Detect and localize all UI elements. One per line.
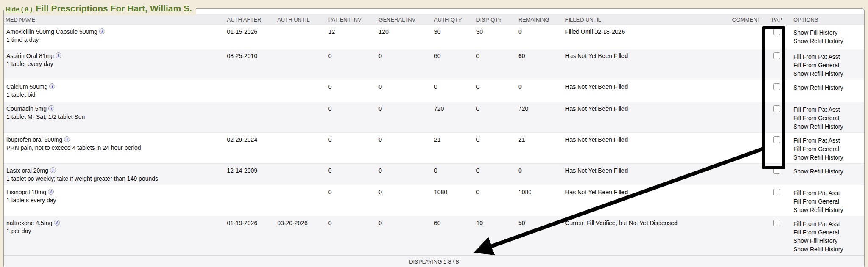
option-link-show-fill-history[interactable]: Show Fill History [793,237,862,245]
auth-qty-cell: 0 [432,80,474,102]
column-header-med_name[interactable]: MED NAME [4,14,225,25]
med-cell: Lasix oral 20mgi1 tablet po weekly; take… [4,163,225,185]
column-header-label[interactable]: AUTH AFTER [227,17,262,23]
option-link-show-refill-history[interactable]: Show Refill History [793,167,862,176]
column-header-label[interactable]: MED NAME [6,17,35,23]
pap-checkbox[interactable] [773,83,780,90]
patient-inv-cell: 0 [327,102,377,132]
pap-checkbox[interactable] [773,136,780,143]
pap-cell [766,49,787,80]
column-header-patient_inv[interactable]: PATIENT INV [327,14,377,25]
prescriptions-table: MED NAMEAUTH AFTERAUTH UNTILPATIENT INVG… [4,14,864,255]
table-header-row: MED NAMEAUTH AFTERAUTH UNTILPATIENT INVG… [4,14,864,25]
med-sig: 1 tablet every day [6,61,224,67]
pap-checkbox[interactable] [773,28,780,35]
general-inv-cell: 0 [377,132,432,163]
pap-cell [766,132,787,163]
option-link-fill-from-general[interactable]: Fill From General [793,145,862,153]
auth-qty-cell: 1080 [432,185,474,216]
options-cell: Show Fill HistoryShow Refill History [787,25,864,49]
general-inv-cell: 0 [377,49,432,80]
option-link-fill-from-pat-asst[interactable]: Fill From Pat Asst [793,52,862,61]
info-icon[interactable]: i [56,52,61,58]
patient-inv-cell: 0 [327,49,377,80]
remaining-cell: 21 [517,132,564,163]
med-sig: 1 tablet M- Sat, 1/2 tablet Sun [6,113,224,120]
option-link-fill-from-general[interactable]: Fill From General [793,197,862,206]
general-inv-cell: 0 [377,102,432,132]
option-link-show-refill-history[interactable]: Show Refill History [793,153,862,162]
column-header-label[interactable]: AUTH UNTIL [277,17,310,23]
pap-checkbox[interactable] [773,105,780,112]
paging-status: DISPLAYING 1-8 / 8 [4,255,864,267]
options-cell: Fill From Pat AsstFill From GeneralShow … [787,185,864,216]
info-icon[interactable]: i [49,83,55,89]
option-link-fill-from-pat-asst[interactable]: Fill From Pat Asst [793,105,862,114]
prescription-row: Coumadin 5mgi1 tablet M- Sat, 1/2 tablet… [4,102,864,132]
column-header-auth_qty: AUTH QTY [432,14,474,25]
option-link-fill-from-general[interactable]: Fill From General [793,114,862,122]
med-cell: Aspirin Oral 81mgi1 tablet every day [4,49,225,80]
general-inv-cell: 120 [377,25,432,49]
med-sig: 1 time a day [6,36,224,43]
column-header-auth_after[interactable]: AUTH AFTER [225,14,276,25]
column-header-label: FILLED UNTIL [565,17,601,23]
column-header-comment: COMMENT [730,14,766,25]
option-link-show-refill-history[interactable]: Show Refill History [793,37,862,45]
comment-cell [730,80,766,102]
info-icon[interactable]: i [48,189,54,195]
remaining-cell: 0 [517,80,564,102]
column-header-label: OPTIONS [793,17,818,23]
option-link-fill-from-pat-asst[interactable]: Fill From Pat Asst [793,189,862,197]
info-icon[interactable]: i [54,220,60,226]
med-cell: naltrexone 4.5mgi1 per day [4,216,225,255]
pap-cell [766,80,787,102]
med-name: Calcium 500mg [6,83,47,90]
general-inv-cell: 0 [377,216,432,255]
info-icon[interactable]: i [99,28,105,34]
auth-after-cell: 01-15-2026 [225,25,276,49]
column-header-general_inv[interactable]: GENERAL INV [377,14,432,25]
option-link-fill-from-pat-asst[interactable]: Fill From Pat Asst [793,136,862,145]
option-link-fill-from-general[interactable]: Fill From General [793,61,862,69]
prescription-row: Lisinopril 10mgi1 tablets every day00108… [4,185,864,216]
auth-qty-cell: 60 [432,49,474,80]
patient-inv-cell: 0 [327,80,377,102]
remaining-cell: 0 [517,25,564,49]
column-header-label[interactable]: GENERAL INV [378,17,415,23]
filled-until-cell: Has Not Yet Been Filled [563,49,730,80]
option-link-fill-from-general[interactable]: Fill From General [793,228,862,237]
patient-inv-cell: 0 [327,216,377,255]
info-icon[interactable]: i [64,136,70,142]
filled-until-cell: Filled Until 02-18-2026 [563,25,730,49]
option-link-show-refill-history[interactable]: Show Refill History [793,245,862,253]
option-link-show-refill-history[interactable]: Show Refill History [793,83,862,92]
option-link-show-refill-history[interactable]: Show Refill History [793,122,862,131]
med-cell: Lisinopril 10mgi1 tablets every day [4,185,225,216]
auth-until-cell [275,132,327,163]
pap-checkbox[interactable] [773,189,780,195]
option-link-show-refill-history[interactable]: Show Refill History [793,69,862,78]
column-header-label[interactable]: PATIENT INV [328,17,362,23]
column-header-auth_until[interactable]: AUTH UNTIL [275,14,327,25]
comment-cell [730,185,766,216]
filled-until-cell: Has Not Yet Been Filled [563,163,730,185]
auth-until-cell [275,49,327,80]
remaining-cell: 60 [517,49,564,80]
option-link-fill-from-pat-asst[interactable]: Fill From Pat Asst [793,220,862,228]
option-link-show-fill-history[interactable]: Show Fill History [793,28,862,37]
filled-until-cell: Has Not Yet Been Filled [563,102,730,132]
pap-checkbox[interactable] [773,167,780,174]
comment-cell [730,49,766,80]
med-cell: ibuprofen oral 600mgiPRN pain, not to ex… [4,132,225,163]
pap-checkbox[interactable] [773,220,780,226]
disp-qty-cell: 30 [474,25,516,49]
info-icon[interactable]: i [50,167,56,173]
hide-link[interactable]: Hide ( 8 ) [6,6,32,13]
prescription-row: Amoxicillin 500mg Capsule 500mgi1 time a… [4,25,864,49]
info-icon[interactable]: i [48,105,54,111]
pap-checkbox[interactable] [773,52,780,59]
auth-until-cell [275,80,327,102]
filled-until-cell: Has Not Yet Been Filled [563,132,730,163]
option-link-show-refill-history[interactable]: Show Refill History [793,206,862,214]
